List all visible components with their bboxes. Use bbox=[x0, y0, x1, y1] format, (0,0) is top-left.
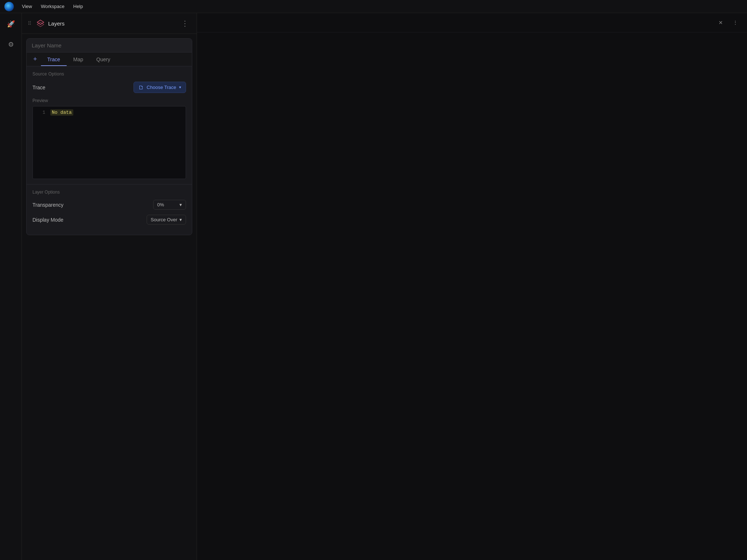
transparency-row: Transparency 0% ▾ bbox=[32, 200, 186, 210]
display-mode-chevron-icon: ▾ bbox=[179, 217, 182, 222]
layer-options-section: Layer Options Transparency 0% ▾ Display … bbox=[27, 184, 192, 235]
panel-title: Layers bbox=[48, 20, 65, 27]
transparency-label: Transparency bbox=[32, 202, 63, 208]
content-more-button[interactable]: ⋮ bbox=[729, 17, 741, 28]
transparency-value: 0% bbox=[157, 202, 164, 207]
app-logo bbox=[4, 2, 14, 11]
close-button[interactable]: ✕ bbox=[715, 17, 727, 28]
preview-label: Preview bbox=[32, 98, 186, 103]
trace-option-row: Trace 🗋 Choose Trace ▾ bbox=[32, 82, 186, 93]
panel-header-left: ⠿ Layers bbox=[28, 19, 65, 27]
source-options-content: Source Options Trace 🗋 Choose Trace ▾ Pr… bbox=[27, 66, 192, 184]
sidebar-icon-gear[interactable]: ⚙ bbox=[4, 38, 18, 51]
tab-map[interactable]: Map bbox=[67, 53, 90, 66]
transparency-chevron-icon: ▾ bbox=[179, 202, 182, 207]
choose-trace-chevron-icon: ▾ bbox=[179, 85, 181, 90]
source-options-label: Source Options bbox=[32, 71, 186, 77]
tab-query[interactable]: Query bbox=[90, 53, 117, 66]
sidebar: 🚀 ⚙ bbox=[0, 13, 22, 560]
layer-name-input[interactable] bbox=[32, 42, 187, 48]
display-mode-select[interactable]: Source Over ▾ bbox=[147, 215, 186, 225]
add-tab-button[interactable]: + bbox=[30, 52, 41, 66]
preview-box: 1 No data bbox=[32, 106, 186, 179]
preview-no-data: No data bbox=[50, 109, 73, 116]
tab-trace[interactable]: Trace bbox=[41, 53, 67, 66]
more-vert-icon: ⋮ bbox=[733, 20, 738, 26]
menu-workspace[interactable]: Workspace bbox=[37, 2, 68, 11]
trace-file-icon: 🗋 bbox=[138, 84, 144, 90]
layer-card: + Trace Map Query Source Options Trace 🗋… bbox=[26, 38, 192, 235]
choose-trace-button[interactable]: 🗋 Choose Trace ▾ bbox=[133, 82, 186, 93]
panel-more-button[interactable]: ⋮ bbox=[179, 18, 191, 28]
sidebar-icon-rocket[interactable]: 🚀 bbox=[4, 18, 18, 31]
main-layout: 🚀 ⚙ ⠿ Layers ⋮ bbox=[0, 13, 747, 560]
display-mode-row: Display Mode Source Over ▾ bbox=[32, 215, 186, 225]
choose-trace-label: Choose Trace bbox=[147, 85, 176, 90]
layer-name-row bbox=[27, 39, 192, 52]
display-mode-label: Display Mode bbox=[32, 217, 63, 223]
tabs-row: + Trace Map Query bbox=[27, 52, 192, 66]
menu-help[interactable]: Help bbox=[70, 2, 87, 11]
panel-header: ⠿ Layers ⋮ bbox=[22, 13, 197, 34]
content-area: ✕ ⋮ bbox=[197, 13, 747, 560]
display-mode-value: Source Over bbox=[151, 217, 177, 222]
rocket-icon: 🚀 bbox=[7, 20, 15, 28]
trace-label: Trace bbox=[32, 85, 45, 90]
layers-icon bbox=[36, 19, 44, 27]
panel-area: ⠿ Layers ⋮ + Trace bbox=[22, 13, 197, 560]
transparency-select[interactable]: 0% ▾ bbox=[153, 200, 186, 210]
menu-view[interactable]: View bbox=[18, 2, 36, 11]
drag-handle[interactable]: ⠿ bbox=[28, 20, 31, 26]
gear-icon: ⚙ bbox=[8, 40, 14, 48]
layer-options-label: Layer Options bbox=[32, 190, 186, 195]
menu-bar: View Workspace Help bbox=[0, 0, 747, 13]
preview-line-1: 1 No data bbox=[33, 109, 186, 116]
right-header: ✕ ⋮ bbox=[197, 13, 747, 32]
line-number: 1 bbox=[36, 110, 45, 115]
close-icon: ✕ bbox=[719, 20, 723, 26]
